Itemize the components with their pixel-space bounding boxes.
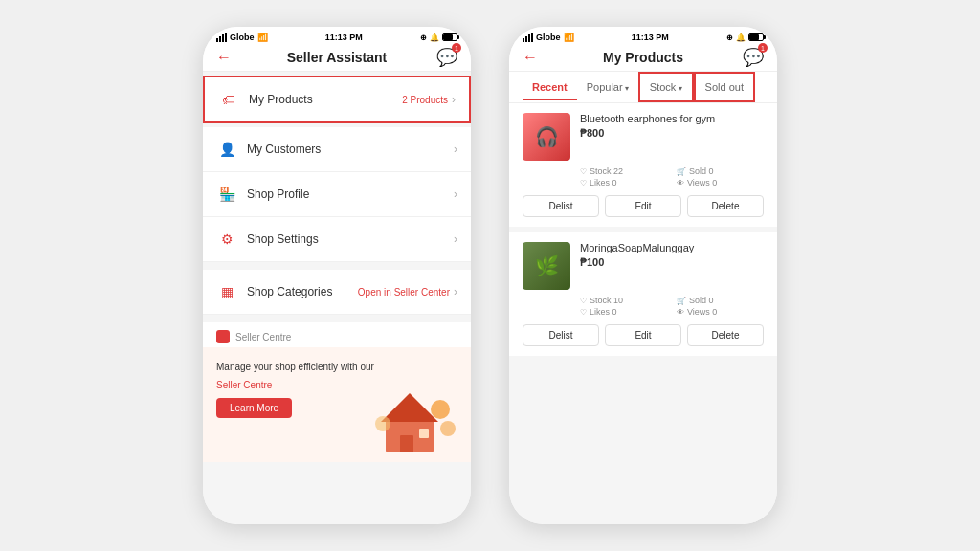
customers-icon: 👤 bbox=[216, 139, 237, 160]
my-customers-label: My Customers bbox=[247, 143, 454, 156]
tab-recent[interactable]: Recent bbox=[523, 74, 577, 100]
carrier-1: Globe bbox=[230, 33, 255, 42]
status-left-1: Globe 📶 bbox=[216, 33, 268, 42]
sold-icon-soap: 🛒 bbox=[677, 297, 686, 305]
seller-centre-text: Seller Centre bbox=[235, 332, 291, 342]
learn-more-button[interactable]: Learn More bbox=[216, 398, 292, 418]
menu-item-shop-categories[interactable]: ▦ Shop Categories Open in Seller Center … bbox=[203, 270, 471, 315]
empty-space bbox=[509, 362, 777, 438]
signal-bars-1 bbox=[216, 33, 227, 42]
svg-marker-1 bbox=[381, 393, 438, 422]
location-icon-2: ⊕ bbox=[726, 33, 733, 42]
shop-settings-icon: ⚙ bbox=[216, 229, 237, 250]
tab-popular[interactable]: Popular ▾ bbox=[577, 74, 638, 100]
heart-icon-earphones: ♡ bbox=[580, 167, 587, 176]
product-actions-soap: Delist Edit Delete bbox=[523, 324, 764, 346]
sold-icon-earphones: 🛒 bbox=[677, 167, 686, 176]
svg-rect-2 bbox=[400, 435, 413, 452]
time-2: 11:13 PM bbox=[632, 33, 669, 42]
seller-centre-label: Seller Centre bbox=[203, 322, 471, 347]
edit-button-earphones[interactable]: Edit bbox=[605, 195, 681, 217]
views-info-soap: 👁 Views 0 bbox=[677, 307, 764, 317]
chat-icon-2[interactable]: 💬 1 bbox=[743, 47, 764, 68]
back-button-1[interactable]: ← bbox=[216, 49, 232, 66]
tab-stock[interactable]: Stock ▾ bbox=[638, 72, 694, 102]
product-meta-soap: ♡ Stock 10 🛒 Sold 0 ♡ Likes 0 👁 Views 0 bbox=[523, 296, 764, 317]
time-1: 11:13 PM bbox=[325, 33, 363, 42]
product-meta-earphones: ♡ Stock 22 🛒 Sold 0 ♡ Likes 0 👁 Views 0 bbox=[523, 166, 764, 187]
delist-button-earphones[interactable]: Delist bbox=[523, 195, 599, 217]
delist-button-soap[interactable]: Delist bbox=[523, 324, 599, 346]
likes-info-earphones: ♡ Likes 0 bbox=[580, 178, 667, 187]
likes-icon-soap: ♡ bbox=[580, 308, 587, 317]
menu-item-shop-settings[interactable]: ⚙ Shop Settings › bbox=[203, 217, 471, 262]
stock-info-soap: ♡ Stock 10 bbox=[580, 296, 667, 305]
seller-centre-dot bbox=[216, 330, 230, 343]
product-name-earphones: Bluetooth earphones for gym bbox=[580, 113, 764, 124]
arrow-icon-categories: › bbox=[454, 285, 457, 298]
phone-my-products: Globe 📶 11:13 PM ⊕ 🔔 ← My Products 💬 1 R… bbox=[509, 27, 777, 524]
likes-icon-earphones: ♡ bbox=[580, 179, 587, 187]
svg-rect-3 bbox=[419, 429, 429, 438]
sold-info-soap: 🛒 Sold 0 bbox=[677, 296, 764, 305]
tabs-bar: Recent Popular ▾ Stock ▾ Sold out bbox=[509, 72, 777, 103]
back-button-2[interactable]: ← bbox=[523, 49, 538, 66]
page-title-2: My Products bbox=[603, 50, 683, 65]
wifi-icon-2: 📶 bbox=[564, 33, 574, 42]
product-card-earphones: 🎧 Bluetooth earphones for gym ₱800 ♡ Sto… bbox=[509, 103, 777, 227]
chat-badge-2: 1 bbox=[758, 43, 768, 53]
status-right-1: ⊕ 🔔 bbox=[420, 33, 457, 42]
menu-list-1: 🏷 My Products 2 Products › 👤 My Customer… bbox=[203, 72, 471, 524]
product-price-earphones: ₱800 bbox=[580, 127, 764, 140]
sold-info-earphones: 🛒 Sold 0 bbox=[677, 166, 764, 176]
menu-item-my-customers[interactable]: 👤 My Customers › bbox=[203, 127, 471, 172]
product-name-soap: MoringaSoapMalunggay bbox=[580, 242, 764, 253]
status-bar-2: Globe 📶 11:13 PM ⊕ 🔔 bbox=[509, 27, 777, 44]
edit-button-soap[interactable]: Edit bbox=[605, 324, 681, 346]
chevron-down-icon-popular: ▾ bbox=[623, 84, 629, 93]
product-header-1: 🎧 Bluetooth earphones for gym ₱800 bbox=[523, 113, 764, 161]
likes-info-soap: ♡ Likes 0 bbox=[580, 307, 667, 317]
banner-house-illustration bbox=[371, 376, 457, 462]
location-icon-1: ⊕ bbox=[420, 33, 427, 42]
svg-point-6 bbox=[375, 416, 390, 431]
divider-2 bbox=[203, 315, 471, 322]
divider-1 bbox=[203, 262, 471, 270]
status-bar-1: Globe 📶 11:13 PM ⊕ 🔔 bbox=[203, 27, 471, 44]
menu-item-my-products[interactable]: 🏷 My Products 2 Products › bbox=[203, 76, 471, 123]
views-icon-earphones: 👁 bbox=[677, 179, 684, 187]
sound-icon-1: 🔔 bbox=[430, 33, 439, 42]
battery-1 bbox=[442, 33, 457, 41]
product-image-soap: 🌿 bbox=[523, 242, 570, 290]
sound-icon-2: 🔔 bbox=[736, 33, 746, 42]
page-title-1: Seller Assistant bbox=[287, 50, 388, 65]
my-products-label: My Products bbox=[249, 93, 402, 106]
shop-profile-icon: 🏪 bbox=[216, 184, 237, 205]
product-info-1: Bluetooth earphones for gym ₱800 bbox=[580, 113, 764, 140]
views-icon-soap: 👁 bbox=[677, 308, 684, 317]
products-icon: 🏷 bbox=[218, 89, 239, 110]
product-image-earphones: 🎧 bbox=[523, 113, 570, 161]
menu-item-shop-profile[interactable]: 🏪 Shop Profile › bbox=[203, 172, 471, 217]
tab-sold-out[interactable]: Sold out bbox=[694, 72, 755, 102]
banner-text: Manage your shop efficiently with our bbox=[216, 361, 457, 374]
chat-badge-1: 1 bbox=[452, 43, 461, 53]
delete-button-soap[interactable]: Delete bbox=[687, 324, 764, 346]
product-card-soap: 🌿 MoringaSoapMalunggay ₱100 ♡ Stock 10 🛒… bbox=[509, 232, 777, 356]
delete-button-earphones[interactable]: Delete bbox=[687, 195, 764, 217]
wifi-icon-1: 📶 bbox=[257, 33, 268, 42]
battery-2 bbox=[748, 33, 764, 41]
my-products-sub: 2 Products bbox=[402, 95, 448, 105]
shop-categories-sub: Open in Seller Center bbox=[358, 287, 450, 298]
stock-info-earphones: ♡ Stock 22 bbox=[580, 166, 667, 176]
shop-categories-label: Shop Categories bbox=[247, 285, 358, 298]
arrow-icon-profile: › bbox=[454, 187, 457, 201]
heart-icon-soap: ♡ bbox=[580, 297, 587, 305]
product-price-soap: ₱100 bbox=[580, 256, 764, 269]
categories-icon: ▦ bbox=[216, 281, 237, 302]
signal-bars-2 bbox=[523, 33, 533, 42]
product-header-2: 🌿 MoringaSoapMalunggay ₱100 bbox=[523, 242, 764, 290]
arrow-icon-customers: › bbox=[454, 143, 457, 156]
chat-icon-1[interactable]: 💬 1 bbox=[436, 47, 457, 68]
shop-settings-label: Shop Settings bbox=[247, 232, 454, 246]
